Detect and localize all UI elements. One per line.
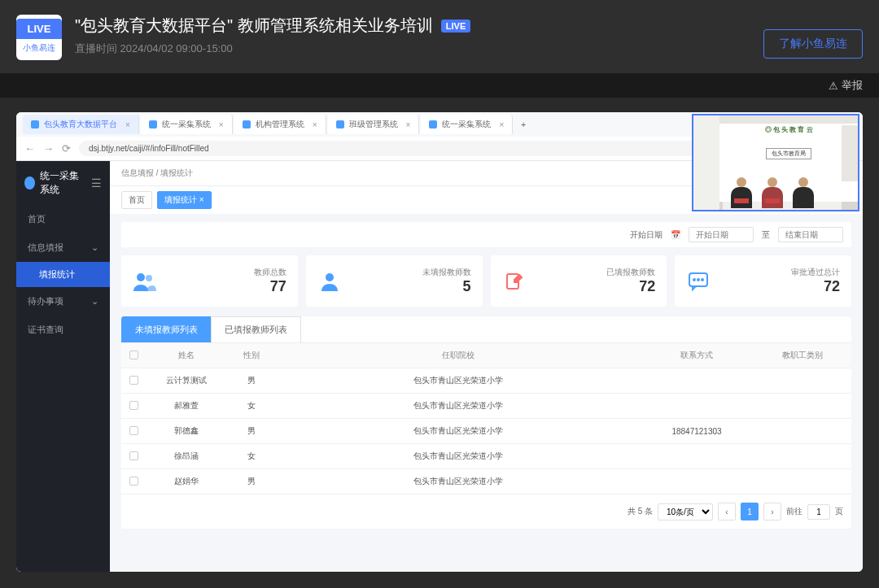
end-date-input[interactable] (778, 227, 843, 242)
chevron-down-icon: ⌄ (91, 242, 98, 253)
cell-category (754, 419, 851, 444)
col-gender: 性别 (227, 343, 276, 368)
title-section: "包头教育大数据平台" 教师管理系统相关业务培训 LIVE 直播时间 2024/… (75, 15, 763, 56)
cell-contact (640, 394, 754, 419)
page-number-button[interactable]: 1 (741, 503, 759, 520)
row-checkbox[interactable] (129, 477, 138, 486)
teacher-table: 姓名 性别 任职院校 联系方式 教职工类别 云计算测试 男 包头市青山区光荣道小… (121, 343, 851, 494)
sidebar-item-cert[interactable]: 证书查询 (16, 316, 110, 344)
video-bg-left (693, 115, 719, 210)
tab-favicon-icon (31, 120, 39, 128)
stat-value: 5 (352, 278, 471, 295)
cell-school: 包头市青山区光荣道小学 (276, 419, 640, 444)
stat-value: 72 (720, 278, 840, 295)
table-row: 郝雅萱 女 包头市青山区光荣道小学 (121, 394, 851, 419)
browser-tab[interactable]: 机构管理系统 × (234, 115, 326, 134)
browser-tab[interactable]: 统一采集系统 × (421, 115, 513, 134)
tab-unfilled[interactable]: 未填报教师列表 (121, 316, 212, 342)
row-checkbox[interactable] (129, 376, 138, 385)
select-all-checkbox[interactable] (129, 351, 138, 359)
cell-name: 郭德鑫 (146, 419, 227, 444)
cell-contact (640, 444, 754, 469)
message-icon (686, 269, 711, 294)
svg-point-2 (326, 273, 334, 281)
table-row: 赵娟华 男 包头市青山区光荣道小学 (121, 469, 851, 494)
col-school: 任职院校 (276, 343, 640, 368)
cell-contact (640, 469, 754, 494)
tab-favicon-icon (336, 120, 344, 128)
goto-label: 前往 (786, 506, 802, 517)
sidebar-subitem-fill-stats[interactable]: 填报统计 (16, 262, 110, 287)
sidebar-item-label: 填报统计 (39, 269, 75, 279)
start-date-input[interactable] (689, 227, 754, 242)
tab-filled[interactable]: 已填报教师列表 (211, 316, 301, 342)
report-link[interactable]: 举报 (842, 78, 863, 93)
learn-more-button[interactable]: 了解小鱼易连 (763, 29, 863, 59)
live-text: LIVE (16, 19, 62, 39)
back-icon[interactable]: ← (24, 142, 35, 155)
app-name: 统一采集系统 (40, 169, 86, 197)
close-icon[interactable]: × (219, 120, 224, 129)
row-checkbox[interactable] (129, 426, 138, 435)
col-contact: 联系方式 (640, 343, 754, 368)
collapse-icon[interactable]: ☰ (91, 176, 102, 189)
cell-name: 云计算测试 (146, 368, 227, 394)
pagination: 共 5 条 10条/页 ‹ 1 › 前往 页 (121, 494, 851, 529)
close-icon[interactable]: × (499, 120, 504, 129)
forward-icon[interactable]: → (43, 142, 54, 155)
video-bg-right (842, 125, 858, 182)
next-page-button[interactable]: › (763, 503, 781, 520)
stat-label: 教师总数 (167, 267, 286, 278)
table-row: 徐昂涵 女 包头市青山区光荣道小学 (121, 444, 851, 469)
goto-page-input[interactable] (807, 504, 830, 520)
tab-label: 统一采集系统 (162, 119, 211, 130)
sidebar-item-todo[interactable]: 待办事项 ⌄ (16, 287, 110, 316)
cell-category (754, 394, 851, 419)
cell-category (754, 469, 851, 494)
col-name: 姓名 (146, 343, 227, 368)
sidebar-item-info-fill[interactable]: 信息填报 ⌄ (16, 233, 110, 262)
stat-filled: 已填报教师数 72 (491, 255, 667, 307)
logo-icon (24, 176, 35, 189)
cell-contact (640, 368, 754, 394)
page-size-select[interactable]: 10条/页 (658, 503, 713, 520)
close-icon[interactable]: × (313, 120, 317, 129)
list-tab-bar: 未填报教师列表 已填报教师列表 (121, 316, 851, 343)
live-logo-badge: LIVE 小鱼易连 (16, 15, 62, 60)
warning-icon: ⚠ (829, 80, 838, 92)
prev-page-button[interactable]: ‹ (718, 503, 736, 520)
stat-unfilled: 未填报教师数 5 (306, 255, 483, 307)
tab-label: 班级管理系统 (349, 119, 398, 130)
presenter-video[interactable]: ◎ 包 头 教 育 云 包头市教育局 (692, 114, 859, 211)
col-category: 教职工类别 (754, 343, 851, 368)
table-row: 郭德鑫 男 包头市青山区光荣道小学 18847121303 (121, 419, 851, 444)
users-icon (133, 269, 157, 294)
browser-tab[interactable]: 包头教育大数据平台 × (23, 115, 139, 134)
tab-label: 包头教育大数据平台 (44, 119, 117, 130)
page-tab-current[interactable]: 填报统计 × (157, 191, 212, 209)
tab-label: 机构管理系统 (256, 119, 304, 130)
sidebar-item-home[interactable]: 首页 (16, 205, 110, 233)
browser-tab[interactable]: 统一采集系统 × (141, 115, 233, 134)
close-icon[interactable]: × (125, 120, 130, 129)
brand-text: 小鱼易连 (20, 39, 59, 57)
cell-name: 郝雅萱 (146, 394, 227, 419)
new-tab-button[interactable]: + (514, 120, 532, 129)
main-content: 信息填报 / 填报统计 首页 填报统计 × 开始日期 📅 至 (110, 161, 863, 572)
cell-gender: 女 (227, 444, 276, 469)
page-tab-home[interactable]: 首页 (121, 191, 152, 209)
row-checkbox[interactable] (129, 451, 138, 460)
live-stream-header: LIVE 小鱼易连 "包头教育大数据平台" 教师管理系统相关业务培训 LIVE … (0, 0, 879, 73)
sidebar-item-label: 信息填报 (28, 242, 63, 254)
close-icon[interactable]: × (406, 120, 411, 129)
app-root: 统一采集系统 ☰ 首页 信息填报 ⌄ 填报统计 待办事项 ⌄ 证书查询 信息 (16, 161, 863, 572)
reload-icon[interactable]: ⟳ (62, 142, 71, 155)
cell-gender: 男 (227, 368, 276, 394)
svg-point-0 (137, 273, 145, 281)
sidebar: 统一采集系统 ☰ 首页 信息填报 ⌄ 填报统计 待办事项 ⌄ 证书查询 (16, 161, 110, 572)
total-count: 共 5 条 (628, 506, 653, 517)
stats-row: 教师总数 77 未填报教师数 5 (121, 255, 851, 307)
stat-approved: 审批通过总计 72 (675, 255, 851, 307)
browser-tab[interactable]: 班级管理系统 × (328, 115, 420, 134)
row-checkbox[interactable] (129, 401, 138, 410)
